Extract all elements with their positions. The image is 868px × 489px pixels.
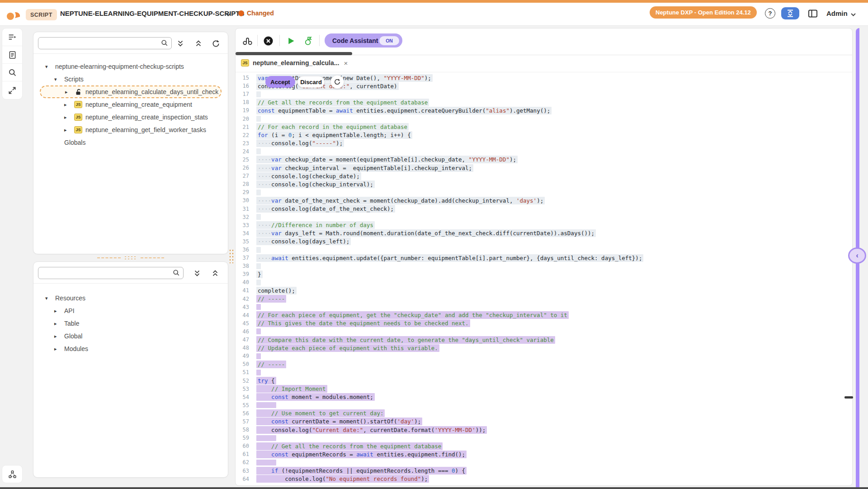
vertical-scrollbar-thumb[interactable] (844, 396, 853, 399)
chevron-collapsed-icon[interactable]: ▸ (64, 127, 74, 133)
code-line[interactable]: 43 (236, 303, 850, 311)
chevron-collapsed-icon[interactable]: ▸ (64, 114, 74, 120)
script-list-button[interactable] (2, 28, 22, 46)
expand-button[interactable] (2, 81, 22, 99)
run-button[interactable] (285, 35, 296, 46)
tree-item[interactable]: ▸API (33, 304, 228, 317)
code-line[interactable]: 42// ----- (236, 295, 850, 303)
code-line[interactable]: 35····console.log(days_left); (236, 237, 850, 246)
tree-item[interactable]: ▸Modules (33, 342, 228, 355)
code-line[interactable]: 47// Compare this date with the current … (236, 336, 850, 344)
tree-item[interactable]: ▸Global (33, 330, 228, 342)
code-line[interactable]: 57 const currentDate = moment().startOf(… (236, 418, 850, 426)
tab-calculate-days-until-check[interactable]: JS neptune_elearning_calcula... × (241, 59, 348, 66)
code-line[interactable]: 32 (236, 213, 850, 221)
code-line[interactable]: 19const equipmentTable = await entities.… (236, 106, 850, 114)
code-line[interactable]: 24 (236, 147, 850, 156)
code-line[interactable]: 28····console.log(checkup_interval); (236, 180, 850, 188)
code-line[interactable]: 59 (236, 434, 850, 442)
tree-item[interactable]: Globals (33, 136, 228, 149)
panel-splitter-horizontal[interactable] (33, 255, 228, 261)
code-line[interactable]: 58 console.log("Current date:", currentD… (236, 426, 850, 434)
panel-splitter-vertical[interactable] (229, 249, 235, 263)
chevron-collapsed-icon[interactable]: ▸ (64, 102, 74, 108)
code-line[interactable]: 20 (236, 114, 850, 123)
code-line[interactable]: 54 const moment = modules.moment; (236, 393, 850, 401)
document-button[interactable] (2, 46, 22, 64)
code-line[interactable]: 22for (i = 0; i < equipmentTable.length;… (236, 131, 850, 139)
tree-item[interactable]: ▸JSneptune_elearning_create_inspection_s… (33, 111, 228, 123)
expand-all-icon[interactable] (176, 39, 185, 48)
code-line[interactable]: 38 (236, 262, 850, 270)
expand-all-icon[interactable] (193, 269, 202, 278)
run-script-button[interactable] (303, 35, 314, 46)
code-line[interactable]: 18// Get all the records from the equipm… (236, 98, 850, 106)
code-assistant-pill[interactable]: Code Assistant ON (325, 33, 402, 47)
help-icon[interactable]: ? (765, 8, 775, 19)
code-line[interactable]: 33····//Difference in number of days (236, 221, 850, 229)
regenerate-button[interactable] (330, 75, 344, 89)
code-line[interactable]: 40 (236, 278, 850, 286)
node-graph-button[interactable] (2, 465, 23, 483)
code-line[interactable]: 48// Update each piece of equipment with… (236, 344, 850, 352)
tree-item[interactable]: ▾Scripts (33, 73, 228, 85)
chevron-collapsed-icon[interactable]: ▸ (65, 89, 75, 95)
code-line[interactable]: 36 (236, 246, 850, 254)
code-assistant-toggle[interactable]: ON (379, 36, 399, 45)
code-line[interactable]: 50// ----- (236, 360, 850, 368)
tree-item[interactable]: ▸JSneptune_elearning_create_equipment (33, 98, 228, 111)
code-line[interactable]: 63 if (!equipmentRecords || equipmentRec… (236, 467, 850, 475)
resources-search-input[interactable] (38, 267, 184, 279)
code-line[interactable]: 55 (236, 401, 850, 409)
refresh-icon[interactable] (211, 39, 220, 48)
code-line[interactable]: 51 (236, 368, 850, 376)
user-menu[interactable]: Admin (826, 9, 848, 17)
code-line[interactable]: 41complete(); (236, 286, 850, 294)
code-line[interactable]: 56 // Use moment to get current day: (236, 409, 850, 418)
tree-item[interactable]: ▾neptune-elearning-equipment-checkup-scr… (33, 60, 228, 73)
tree-item[interactable]: ▸neptune_elearning_calculate_days_until_… (40, 85, 222, 98)
find-button[interactable] (242, 35, 253, 46)
user-chevron-down-icon[interactable] (850, 11, 857, 18)
tree-item[interactable]: ▾Resources (33, 292, 228, 304)
code-line[interactable]: 30····var date_of_the_next_check = momen… (236, 196, 850, 204)
horizontal-scrollbar-thumb[interactable] (236, 52, 352, 55)
tree-item[interactable]: ▸Table (33, 317, 228, 330)
panel-layout-icon[interactable] (807, 8, 818, 19)
search-button[interactable] (2, 64, 22, 81)
code-line[interactable]: 25····var checkup_date = moment(equipmen… (236, 156, 850, 164)
code-line[interactable]: 31····console.log(date_of_the_next_check… (236, 205, 850, 213)
code-line[interactable]: 49 (236, 352, 850, 360)
code-line[interactable]: 45// This gives the date the equipment n… (236, 319, 850, 328)
chevron-collapsed-icon[interactable]: ▸ (54, 321, 64, 327)
code-line[interactable]: 39} (236, 270, 850, 278)
chevron-collapsed-icon[interactable]: ▸ (54, 346, 64, 352)
code-line[interactable]: 46 (236, 328, 850, 336)
code-line[interactable]: 52try { (236, 376, 850, 385)
collapse-all-icon[interactable] (211, 269, 220, 278)
code-line[interactable]: 61 const equipmentRecords = await entiti… (236, 450, 850, 458)
tree-item[interactable]: ▸JSneptune_elearning_get_field_worker_ta… (33, 123, 228, 136)
stop-button[interactable] (263, 35, 274, 46)
code-line[interactable]: 26····var checkup_interval = equipmentTa… (236, 164, 850, 172)
scripts-search-input[interactable] (38, 37, 172, 49)
title-chevron-down-icon[interactable] (225, 11, 231, 18)
accept-button[interactable]: Accept (265, 76, 295, 88)
collapse-all-icon[interactable] (194, 39, 203, 48)
density-toggle-button[interactable] (781, 7, 799, 19)
discard-button[interactable]: Discard (297, 76, 325, 88)
code-line[interactable]: 60 // Get all the records from the equip… (236, 442, 850, 450)
tab-close-icon[interactable]: × (344, 60, 348, 66)
chevron-expanded-icon[interactable]: ▾ (45, 64, 55, 70)
code-line[interactable]: 44// For each piece of equipment, get th… (236, 311, 850, 319)
code-line[interactable]: 17 (236, 90, 850, 98)
code-line[interactable]: 21// For each record in the equipment da… (236, 123, 850, 131)
chevron-expanded-icon[interactable]: ▾ (45, 295, 55, 301)
code-editor-area[interactable]: 15var currentDate = moment(new Date(), "… (236, 74, 850, 484)
assistant-panel-collapse-button[interactable]: ‹ (848, 247, 866, 264)
code-line[interactable]: 62 (236, 458, 850, 466)
code-line[interactable]: 34····var days_left = Math.round(moment.… (236, 229, 850, 237)
chevron-expanded-icon[interactable]: ▾ (54, 76, 64, 82)
code-line[interactable]: 23····console.log("-----"); (236, 139, 850, 147)
code-line[interactable]: 64 console.log("No equipment records fou… (236, 475, 850, 483)
